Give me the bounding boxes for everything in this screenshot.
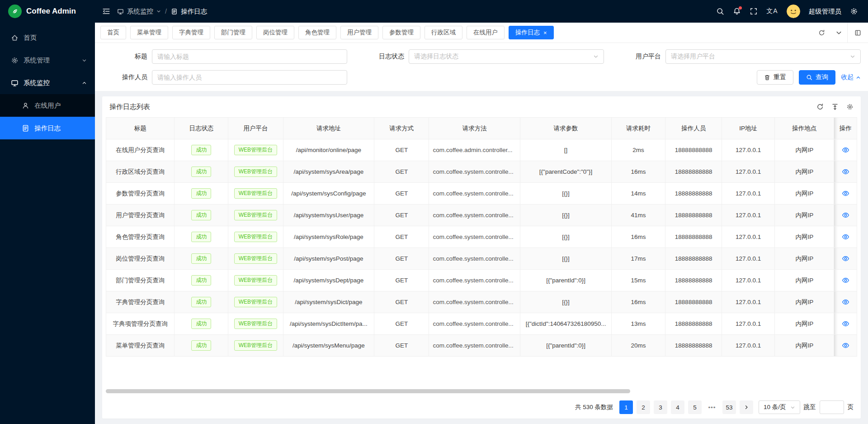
chevron-down-icon <box>82 58 87 63</box>
page-button-label: ••• <box>708 404 716 411</box>
document-icon <box>22 124 29 132</box>
view-detail-eye-icon[interactable] <box>842 342 849 349</box>
view-detail-eye-icon[interactable] <box>842 168 849 176</box>
tab[interactable]: 参数管理 <box>382 26 420 39</box>
sidebar-item-operation-log[interactable]: 操作日志 <box>0 117 95 139</box>
view-detail-eye-icon[interactable] <box>842 146 849 154</box>
sidebar-item-system-monitor[interactable]: 系统监控 <box>0 71 95 94</box>
sidebar-item-online-users[interactable]: 在线用户 <box>0 94 95 117</box>
notification-dot <box>739 6 742 10</box>
expand-pane-icon[interactable] <box>847 23 868 43</box>
menu-fold-icon[interactable] <box>102 7 110 15</box>
platform-cell: WEB管理后台 <box>228 139 283 161</box>
tab[interactable]: 字典管理 <box>172 26 210 39</box>
page-size-value: 10 条/页 <box>764 403 786 411</box>
sidebar-item-home[interactable]: 首页 <box>0 26 95 49</box>
log-status-placeholder: 请选择日志状态 <box>414 52 590 61</box>
translate-icon[interactable]: 文A <box>766 7 778 15</box>
view-detail-eye-icon[interactable] <box>842 298 849 306</box>
sidebar-item-system-management[interactable]: 系统管理 <box>0 49 95 71</box>
gear-icon <box>11 57 19 64</box>
view-detail-eye-icon[interactable] <box>842 211 849 219</box>
request-url-cell: /api/system/sysArea/page <box>283 161 374 183</box>
request-time-cell: 16ms <box>612 226 665 248</box>
fullscreen-icon[interactable] <box>750 7 758 15</box>
log-title-cell: 部门管理分页查询 <box>106 270 175 291</box>
chevron-up-icon <box>856 75 861 80</box>
page-button[interactable]: ••• <box>705 400 719 414</box>
request-method-cell: GET <box>374 139 429 161</box>
horizontal-scrollbar[interactable] <box>106 389 630 393</box>
tab[interactable]: 操作日志 × <box>509 26 554 39</box>
ip-address-cell: 127.0.0.1 <box>722 183 775 205</box>
request-params-cell: [] <box>520 139 612 161</box>
operator-input[interactable] <box>152 70 347 85</box>
operator-cell: 18888888888 <box>665 291 722 313</box>
density-icon[interactable] <box>831 103 839 110</box>
page-button[interactable]: 1 <box>619 400 633 414</box>
tab[interactable]: 部门管理 <box>214 26 252 39</box>
column-settings-gear-icon[interactable] <box>846 103 854 110</box>
actions-cell <box>834 335 857 357</box>
table-header: 标题 日志状态 用户平台 请求地址 请求方式 请求方法 请求参数 请求耗时 操作… <box>106 118 857 139</box>
page-button[interactable]: 53 <box>722 400 736 414</box>
next-page-button[interactable] <box>740 400 753 414</box>
tab[interactable]: 在线用户 <box>467 26 505 39</box>
tab[interactable]: 行政区域 <box>425 26 462 39</box>
location-cell: 内网IP <box>775 335 834 357</box>
topbar-actions: 文A 超级管理员 <box>716 5 858 18</box>
collapse-filter-label: 收起 <box>841 73 854 81</box>
view-detail-eye-icon[interactable] <box>842 255 849 262</box>
tab[interactable]: 菜单管理 <box>130 26 168 39</box>
ip-address-cell: 127.0.0.1 <box>722 248 775 270</box>
breadcrumb-item-system-monitor[interactable]: 系统监控 <box>117 7 161 16</box>
request-function-cell: com.coffee.system.controlle... <box>429 161 520 183</box>
collapse-filter-link[interactable]: 收起 <box>841 73 861 81</box>
username[interactable]: 超级管理员 <box>809 7 842 16</box>
refresh-table-icon[interactable] <box>816 103 824 110</box>
operator-cell: 18888888888 <box>665 270 722 291</box>
request-function-cell: com.coffee.system.controlle... <box>429 313 520 335</box>
page-button[interactable]: 4 <box>671 400 684 414</box>
avatar[interactable] <box>787 5 800 18</box>
monitor-icon <box>117 8 124 15</box>
tab[interactable]: 首页 <box>100 26 126 39</box>
search-icon <box>806 74 812 81</box>
page-button[interactable]: 5 <box>688 400 702 414</box>
page-button[interactable]: 2 <box>637 400 650 414</box>
user-platform-select[interactable]: 请选择用户平台 <box>665 49 861 64</box>
settings-gear-icon[interactable] <box>850 7 858 15</box>
jump-page-input[interactable] <box>820 400 844 414</box>
notification-bell-icon[interactable] <box>733 7 741 15</box>
operator-input-field[interactable] <box>157 74 342 81</box>
operator-cell: 18888888888 <box>665 139 722 161</box>
actions-cell <box>834 183 857 205</box>
refresh-tab-icon[interactable] <box>813 23 830 43</box>
platform-badge: WEB管理后台 <box>234 210 277 220</box>
sidebar-menu: 首页 系统管理 系统监控 在线用户 操作日志 <box>0 23 95 139</box>
view-detail-eye-icon[interactable] <box>842 320 849 328</box>
view-detail-eye-icon[interactable] <box>842 190 849 197</box>
search-icon[interactable] <box>716 7 724 15</box>
actions-cell <box>834 291 857 313</box>
platform-cell: WEB管理后台 <box>228 183 283 205</box>
reset-button[interactable]: 重置 <box>757 70 793 85</box>
tab-actions-chevron-icon[interactable] <box>830 23 847 43</box>
view-detail-eye-icon[interactable] <box>842 233 849 241</box>
log-status-select[interactable]: 请选择日志状态 <box>409 49 604 64</box>
search-button[interactable]: 查询 <box>799 70 835 85</box>
tab[interactable]: 岗位管理 <box>256 26 294 39</box>
page-button[interactable]: 3 <box>654 400 667 414</box>
title-input-field[interactable] <box>157 53 342 60</box>
request-function-cell: com.coffee.admin.controller... <box>429 139 520 161</box>
view-detail-eye-icon[interactable] <box>842 276 849 284</box>
platform-cell: WEB管理后台 <box>228 291 283 313</box>
tab-close-icon[interactable]: × <box>543 30 547 36</box>
request-method-cell: GET <box>374 226 429 248</box>
tab[interactable]: 角色管理 <box>298 26 336 39</box>
tab[interactable]: 用户管理 <box>340 26 378 39</box>
table-row: 行政区域分页查询 成功 WEB管理后台 /api/system/sysArea/… <box>106 161 857 183</box>
title-input[interactable] <box>152 49 347 64</box>
log-title-cell: 在线用户分页查询 <box>106 139 175 161</box>
page-size-select[interactable]: 10 条/页 <box>759 400 800 414</box>
